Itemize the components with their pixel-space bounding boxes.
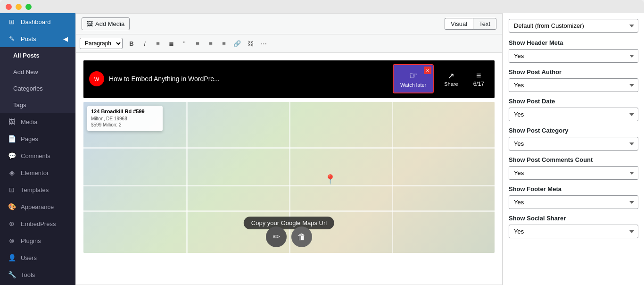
elementor-icon: ◈ bbox=[8, 169, 16, 176]
templates-icon: ⊡ bbox=[8, 186, 16, 193]
sidebar-item-comments[interactable]: 💬 Comments bbox=[0, 147, 75, 164]
show-post-comments-label: Show Post Comments Count bbox=[509, 156, 638, 163]
map-delete-button[interactable]: 🗑 bbox=[291, 226, 312, 247]
sidebar-item-appearance[interactable]: 🎨 Appearance bbox=[0, 198, 75, 215]
map-action-buttons: ✏ 🗑 bbox=[266, 226, 312, 247]
media-icon: 🖼 bbox=[8, 118, 16, 126]
watch-later-popup[interactable]: ✕ ☞ Watch later bbox=[393, 64, 434, 93]
appearance-icon: 🎨 bbox=[8, 203, 16, 210]
share-label: Share bbox=[444, 81, 458, 87]
show-post-date-label: Show Post Date bbox=[509, 98, 638, 105]
sidebar-item-media[interactable]: 🖼 Media bbox=[0, 113, 75, 130]
sidebar-item-templates[interactable]: ⊡ Templates bbox=[0, 181, 75, 198]
paragraph-select[interactable]: Paragraph bbox=[80, 38, 123, 49]
share-area[interactable]: ↗ Share bbox=[438, 67, 463, 91]
minimize-button[interactable] bbox=[16, 4, 22, 10]
map-road bbox=[392, 102, 393, 253]
show-post-comments-select[interactable]: Yes No bbox=[509, 166, 638, 180]
sidebar-item-add-new[interactable]: Add New bbox=[0, 64, 75, 80]
show-social-sharer-label: Show Social Sharer bbox=[509, 215, 638, 222]
embedpress-icon: ⊕ bbox=[8, 220, 16, 227]
sidebar-item-users[interactable]: 👤 Users bbox=[0, 249, 75, 266]
sidebar-label-users: Users bbox=[21, 254, 37, 261]
watch-later-cursor-icon: ☞ bbox=[409, 70, 418, 81]
sidebar-item-categories[interactable]: Categories bbox=[0, 80, 75, 97]
link-button[interactable]: 🔗 bbox=[231, 37, 243, 50]
align-center-button[interactable]: ≡ bbox=[205, 37, 217, 50]
ordered-list-button[interactable]: ≡ bbox=[152, 37, 164, 50]
share-icon: ↗ bbox=[447, 71, 454, 81]
sidebar-item-tools[interactable]: 🔧 Tools bbox=[0, 266, 75, 283]
show-post-comments-field: Show Post Comments Count Yes No bbox=[509, 156, 638, 180]
sidebar-label-add-new: Add New bbox=[13, 68, 38, 75]
sidebar-item-plugins[interactable]: ⊗ Plugins bbox=[0, 232, 75, 249]
blockquote-button[interactable]: " bbox=[178, 37, 190, 50]
bold-button[interactable]: B bbox=[125, 37, 138, 50]
editor-wrap: 🖼 Add Media Visual Text Paragraph B I ≡ … bbox=[75, 13, 503, 285]
tab-text[interactable]: Text bbox=[473, 18, 496, 30]
tools-icon: 🔧 bbox=[8, 271, 16, 278]
map-overlay-title: 124 Broadkill Rd #599 bbox=[91, 109, 159, 114]
sidebar: ⊞ Dashboard ✎ Posts ◀ All Posts Add New … bbox=[0, 13, 75, 285]
youtube-embed[interactable]: w How to Embed Anything in WordPre... ✕ … bbox=[83, 60, 495, 98]
align-right-button[interactable]: ≡ bbox=[218, 37, 230, 50]
add-media-button[interactable]: 🖼 Add Media bbox=[82, 17, 130, 30]
sidebar-label-comments: Comments bbox=[21, 152, 50, 159]
italic-button[interactable]: I bbox=[139, 37, 151, 50]
comments-icon: 💬 bbox=[8, 152, 16, 159]
customizer-dropdown[interactable]: Default (from Customizer) Custom bbox=[509, 19, 638, 33]
editor-content: w How to Embed Anything in WordPre... ✕ … bbox=[76, 53, 502, 260]
show-header-meta-select[interactable]: Yes No bbox=[509, 49, 638, 63]
sidebar-label-appearance: Appearance bbox=[21, 203, 54, 210]
visual-text-tabs: Visual Text bbox=[445, 18, 496, 30]
close-button[interactable] bbox=[6, 4, 12, 10]
yt-title: How to Embed Anything in WordPre... bbox=[109, 75, 388, 83]
sidebar-item-pages[interactable]: 📄 Pages bbox=[0, 130, 75, 147]
map-road bbox=[186, 102, 188, 253]
show-footer-meta-field: Show Footer Meta Yes No bbox=[509, 185, 638, 209]
show-footer-meta-select[interactable]: Yes No bbox=[509, 195, 638, 209]
tab-visual[interactable]: Visual bbox=[445, 18, 473, 30]
add-media-icon: 🖼 bbox=[87, 20, 93, 27]
watch-later-close-button[interactable]: ✕ bbox=[424, 67, 431, 74]
sidebar-item-all-posts[interactable]: All Posts bbox=[0, 47, 75, 64]
sidebar-item-posts[interactable]: ✎ Posts ◀ bbox=[0, 30, 75, 47]
more-button[interactable]: ⋯ bbox=[257, 37, 270, 50]
title-bar bbox=[0, 0, 644, 13]
sidebar-label-categories: Categories bbox=[13, 85, 43, 92]
show-header-meta-field: Show Header Meta Yes No bbox=[509, 39, 638, 63]
map-overlay-box: 124 Broadkill Rd #599 Milton, DE 19968 $… bbox=[87, 106, 163, 131]
show-social-sharer-field: Show Social Sharer Yes No bbox=[509, 215, 638, 238]
sidebar-item-embedpress[interactable]: ⊕ EmbedPress bbox=[0, 215, 75, 232]
show-post-author-select[interactable]: Yes No bbox=[509, 78, 638, 92]
show-post-category-field: Show Post Category Yes No bbox=[509, 127, 638, 151]
yt-top-bar: w How to Embed Anything in WordPre... ✕ … bbox=[83, 60, 495, 97]
maximize-button[interactable] bbox=[25, 4, 32, 10]
counter-area: ≡ 6/17 bbox=[469, 67, 489, 91]
show-social-sharer-select[interactable]: Yes No bbox=[509, 225, 638, 238]
plugins-icon: ⊗ bbox=[8, 237, 16, 244]
show-post-category-select[interactable]: Yes No bbox=[509, 137, 638, 151]
pages-icon: 📄 bbox=[8, 135, 16, 142]
map-edit-button[interactable]: ✏ bbox=[266, 226, 287, 247]
show-post-date-select[interactable]: Yes No bbox=[509, 108, 638, 121]
align-left-button[interactable]: ≡ bbox=[191, 37, 204, 50]
sidebar-item-elementor[interactable]: ◈ Elementor bbox=[0, 164, 75, 181]
sidebar-label-dashboard: Dashboard bbox=[21, 18, 51, 25]
sidebar-label-elementor: Elementor bbox=[21, 169, 49, 176]
map-embed[interactable]: 📍 124 Broadkill Rd #599 Milton, DE 19968… bbox=[83, 102, 495, 253]
show-post-author-label: Show Post Author bbox=[509, 68, 638, 75]
sidebar-label-plugins: Plugins bbox=[21, 237, 41, 244]
sidebar-item-dashboard[interactable]: ⊞ Dashboard bbox=[0, 13, 75, 30]
sidebar-item-tags[interactable]: Tags bbox=[0, 97, 75, 113]
watch-later-label: Watch later bbox=[400, 82, 426, 88]
sidebar-label-tags: Tags bbox=[13, 101, 26, 109]
sidebar-label-embedpress: EmbedPress bbox=[21, 220, 56, 227]
unordered-list-button[interactable]: ≣ bbox=[165, 37, 177, 50]
format-toolbar: Paragraph B I ≡ ≣ " ≡ ≡ ≡ 🔗 ⛓ ⋯ bbox=[76, 34, 502, 53]
sidebar-label-templates: Templates bbox=[21, 186, 49, 193]
right-panel: Default (from Customizer) Custom Show He… bbox=[503, 13, 644, 285]
show-footer-meta-label: Show Footer Meta bbox=[509, 185, 638, 193]
dashboard-icon: ⊞ bbox=[8, 18, 16, 25]
unlink-button[interactable]: ⛓ bbox=[244, 37, 256, 50]
